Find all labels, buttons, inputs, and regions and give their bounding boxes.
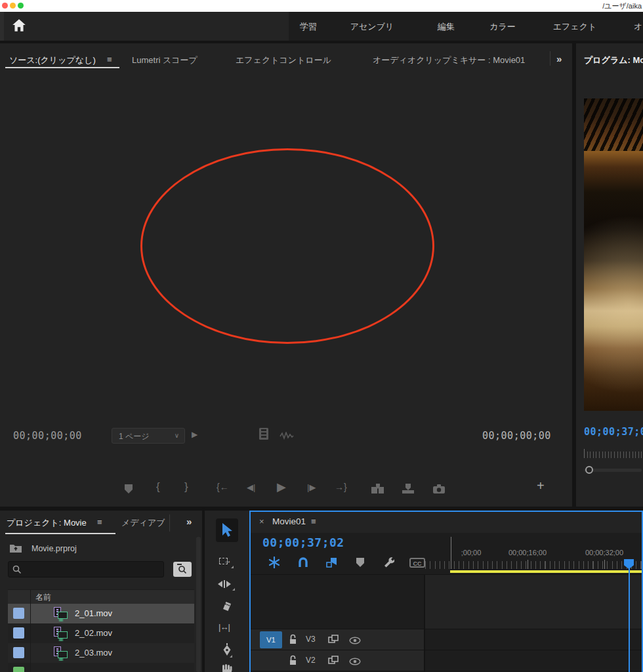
zoom-level-select[interactable]: 1 ページ ∨ (112, 428, 185, 444)
list-item[interactable]: 2_01.mov (8, 604, 194, 623)
project-file-name[interactable]: Movie.prproj (31, 544, 77, 553)
linked-selection-icon[interactable] (325, 556, 337, 571)
track-output-eye-icon[interactable] (349, 635, 361, 647)
resolution-flyout-icon[interactable]: ▶ (192, 430, 197, 439)
column-divider (30, 589, 31, 672)
workspace-tab-editing[interactable]: 編集 (430, 21, 463, 33)
label-color-chip[interactable] (13, 608, 24, 619)
clip-name: 2_01.mov (75, 608, 112, 618)
pen-tool[interactable] (222, 643, 232, 660)
tab-lumetri-scopes[interactable]: Lumetri スコープ (132, 54, 197, 66)
timeline-timecode[interactable]: 00;00;37;02 (262, 536, 344, 549)
add-marker-icon[interactable] (125, 484, 133, 494)
mini-ruler-major-tick (584, 449, 585, 458)
workspace-tab-learning[interactable]: 学習 (292, 21, 325, 33)
close-tab-icon[interactable]: × (259, 516, 264, 526)
selection-tool[interactable] (216, 518, 238, 542)
go-to-out-icon[interactable]: →} (335, 482, 347, 492)
project-panel: プロジェクト: Movie ≡ メディアブ » Movie.prproj 名前 … (0, 511, 202, 672)
track-name[interactable]: V2 (306, 656, 316, 665)
header-content-divider (424, 575, 425, 672)
workspace-tab-audio-clipped[interactable]: オ (634, 21, 643, 33)
captions-cc-icon[interactable]: CC (409, 558, 425, 568)
track-lock-icon[interactable] (289, 634, 297, 647)
project-panel-menu-icon[interactable]: ≡ (97, 517, 102, 527)
search-input[interactable] (8, 561, 164, 578)
program-timecode[interactable]: 00;00;37;02 (584, 426, 643, 438)
mark-out-icon[interactable]: } (184, 480, 188, 494)
nest-toggle-icon[interactable] (268, 556, 280, 571)
play-button-icon[interactable]: ▶ (277, 480, 286, 494)
major-tick (528, 560, 528, 569)
annotation-ellipse (140, 148, 434, 344)
workspace-tab-color[interactable]: カラー (482, 21, 524, 33)
list-header-row[interactable]: 名前 (8, 589, 194, 605)
sync-lock-icon[interactable] (328, 656, 339, 667)
workspace-tab-effects[interactable]: エフェクト (550, 21, 600, 33)
export-frame-camera-icon[interactable] (433, 484, 445, 496)
render-bar (450, 570, 642, 573)
drag-audio-only-icon[interactable] (280, 430, 294, 442)
tab-effect-controls[interactable]: エフェクトコントロール (236, 54, 331, 66)
bin-up-folder-icon[interactable] (9, 543, 22, 556)
zoom-window-button[interactable] (18, 3, 24, 9)
track-header-v2: V2 (251, 650, 424, 671)
timeline-ruler[interactable] (425, 561, 642, 569)
tab-program[interactable]: プログラム: Mo (584, 54, 643, 66)
insert-icon[interactable] (371, 484, 384, 497)
list-item[interactable]: 2_02.mov (8, 623, 194, 643)
track-output-eye-icon[interactable] (349, 656, 361, 668)
panel-overflow-icon[interactable]: » (556, 53, 561, 64)
timeline-settings-wrench-icon[interactable] (383, 556, 394, 570)
razor-tool[interactable] (220, 600, 234, 616)
slip-tool[interactable]: |↔| (218, 622, 230, 632)
track-name[interactable]: V3 (306, 635, 316, 644)
drag-video-only-icon[interactable] (259, 427, 269, 443)
track-lock-icon[interactable] (289, 655, 297, 668)
source-panel-menu-icon[interactable]: ≡ (107, 54, 112, 64)
label-color-chip[interactable] (13, 647, 24, 658)
add-marker-icon[interactable] (356, 558, 364, 567)
workspace-tab-assembly[interactable]: アセンブリ (344, 21, 400, 33)
track-select-forward-tool[interactable]: → (219, 556, 235, 567)
track-header-v3: V1 V3 (251, 629, 424, 650)
button-editor-plus-icon[interactable]: + (537, 478, 545, 494)
list-item[interactable]: 2_03.mov (8, 643, 194, 663)
panel-overflow-icon[interactable]: » (186, 516, 191, 527)
search-bin-button[interactable] (173, 562, 192, 577)
step-back-icon[interactable]: ◀| (247, 482, 255, 492)
sequence-tab-label[interactable]: Movie01 (272, 516, 306, 526)
playhead-line[interactable] (629, 568, 630, 672)
name-column-header[interactable]: 名前 (35, 592, 51, 603)
timeline-focus-border-top (249, 511, 643, 512)
source-patch-v1[interactable]: V1 (260, 631, 282, 648)
tab-media-browser[interactable]: メディアブ (121, 517, 169, 529)
ruler-label: ;00;00 (453, 549, 489, 556)
label-color-chip[interactable] (13, 627, 24, 639)
clip-name: 2_02.mov (75, 628, 112, 638)
list-item[interactable] (8, 663, 194, 672)
tab-project[interactable]: プロジェクト: Movie (7, 517, 87, 529)
sync-lock-icon[interactable] (328, 635, 339, 646)
mark-in-icon[interactable]: { (156, 480, 160, 494)
go-to-in-icon[interactable]: {← (217, 482, 229, 492)
scrollbar[interactable] (196, 537, 201, 672)
program-scrub-knob[interactable] (585, 466, 593, 474)
ruler-label: 00;00;16;00 (506, 549, 549, 556)
timeline-panel-menu-icon[interactable]: ≡ (311, 516, 316, 526)
program-mini-ruler[interactable] (584, 452, 642, 458)
close-window-button[interactable] (2, 3, 8, 9)
tab-source[interactable]: ソース:(クリップなし) (9, 54, 96, 66)
home-icon[interactable] (11, 18, 27, 36)
hand-tool[interactable] (220, 664, 234, 672)
tab-audio-clip-mixer[interactable]: オーディオクリップミキサー : Movie01 (373, 54, 525, 66)
zero-tick (451, 537, 451, 569)
ripple-edit-tool[interactable] (218, 579, 236, 589)
overwrite-icon[interactable] (402, 484, 415, 497)
source-timecode-current[interactable]: 00;00;00;00 (13, 430, 82, 442)
av-clip-icon (54, 627, 68, 639)
label-color-chip[interactable] (13, 667, 24, 672)
minimize-window-button[interactable] (10, 3, 16, 9)
step-forward-icon[interactable]: |▶ (307, 482, 316, 492)
snap-magnet-icon[interactable] (297, 556, 309, 571)
